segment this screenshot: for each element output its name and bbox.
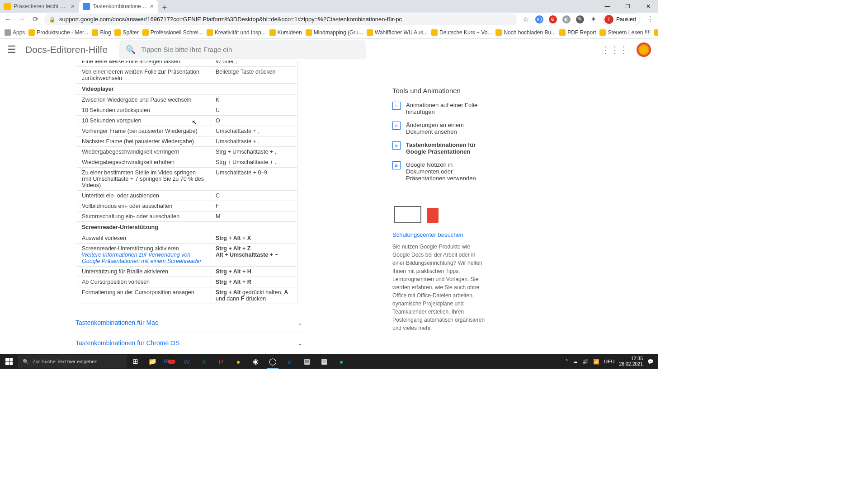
powerpoint-icon[interactable]: P [212,354,230,369]
shortcut-key: K [211,95,297,105]
chrome-menu-button[interactable]: ⋮ [646,15,655,24]
extension-icon[interactable]: ◐ [562,15,571,23]
shortcut-action: Formatierung an der Cursorposition ansag… [77,287,211,304]
start-button[interactable] [0,354,18,369]
forward-button[interactable]: → [17,15,26,24]
bookmark-item[interactable]: Professionell Schrei... [142,29,203,36]
close-window-button[interactable]: ✕ [638,0,658,13]
account-avatar[interactable] [637,42,651,57]
browser-tabstrip: Präsentieren leicht gemacht! - G × Taste… [0,0,658,13]
shortcut-action: Auswahl vorlesen [77,233,211,244]
taskbar-search[interactable]: 🔍Zur Suche Text hier eingeben [18,355,127,368]
shortcut-key: Strg + Alt + ZAlt + Umschalttaste + ~ [211,244,297,267]
bookmark-item[interactable]: Steuern Videos wic... [654,29,658,36]
bookmark-item[interactable]: Noch hochladen Bu... [495,29,556,36]
folder-icon [269,29,276,36]
sidebar-link[interactable]: ≡Google Notizen in Dokumenten oder Präse… [392,161,487,182]
task-view-icon[interactable]: ⊞ [127,354,144,369]
folder-icon [92,29,98,36]
excel-icon[interactable]: X [195,354,212,369]
close-icon[interactable]: × [71,3,75,10]
taskbar-clock[interactable]: 12:35 26.02.2021 [619,356,643,366]
bookmark-item[interactable]: Kreativität und Insp... [207,29,266,36]
accordion-item-chromeos[interactable]: Tastenkombinationen für Chrome OS ⌄ [72,333,306,353]
table-row: Von einer leeren weißen Folie zur Präsen… [77,67,297,84]
bookmark-item[interactable]: Kursideen [269,29,302,36]
table-row: 10 Sekunden vorspulenO [77,116,297,126]
shortcut-action: 10 Sekunden zurückspulen [77,105,211,116]
app-icon[interactable]: ● [230,354,247,369]
minimize-button[interactable]: — [597,0,618,13]
bookmark-item[interactable]: Wahlfächer WU Aus... [367,29,428,36]
lock-icon: 🔒 [49,16,56,23]
reload-button[interactable]: ⟳ [31,15,40,24]
bookmark-star-icon[interactable]: ☆ [522,15,530,23]
shortcut-action: Screenreader-Unterstützung aktivierenWei… [77,244,211,267]
bookmark-label: PDF Report [567,29,596,36]
wifi-icon[interactable]: 📶 [593,359,599,365]
site-search[interactable]: 🔍 [119,40,366,59]
table-row: Screenreader-Unterstützung aktivierenWei… [77,244,297,267]
accordion-item-mac[interactable]: Tastenkombinationen für Mac ⌄ [72,313,306,333]
folder-icon [114,29,121,36]
bookmark-item[interactable]: Blog [92,29,111,36]
sidebar-link[interactable]: ≡Änderungen an einem Dokument ansehen [392,122,487,135]
table-row: 10 Sekunden zurückspulenU [77,105,297,116]
maximize-button[interactable]: ☐ [618,0,638,13]
bookmark-item[interactable]: Steuern Lesen !!!! [599,29,651,36]
app-icon[interactable]: ▤ [298,354,316,369]
page-content: Eine leere weiße Folie anzeigen lassenW … [0,61,658,358]
shortcut-key: Strg + Umschalttaste + , [211,147,297,157]
file-explorer-icon[interactable]: 📁 [144,354,161,369]
bookmark-item[interactable]: Apps [5,29,25,36]
spotify-icon[interactable]: ● [333,354,350,369]
notepad-icon[interactable]: ▦ [316,354,333,369]
browser-tab-active[interactable]: Tastenkombinationen für Google × [79,0,158,13]
search-input[interactable] [141,46,360,53]
bookmark-item[interactable]: PDF Report [559,29,596,36]
bookmark-label: Apps [13,29,25,36]
new-tab-button[interactable]: + [158,3,171,13]
notifications-icon[interactable]: 💬 [647,359,654,365]
screenreader-info-link[interactable]: Weitere Informationen zur Verwendung von… [82,252,202,264]
volume-icon[interactable]: 🔊 [582,359,589,365]
bookmark-item[interactable]: Später [114,29,138,36]
back-button[interactable]: ← [4,15,13,24]
shortcut-action: Wiedergabegeschwindigkeit erhöhen [77,157,211,168]
mail-icon[interactable]: ✉99+ [161,354,178,369]
extension-icon[interactable]: ✎ [576,15,584,23]
bookmark-item[interactable]: Deutsche Kurs + Vo... [431,29,492,36]
extension-icon[interactable]: IQ [535,15,543,23]
apps-icon [5,29,11,36]
google-apps-icon[interactable]: ⋮⋮⋮ [601,44,628,55]
sidebar-link[interactable]: ≡Animationen auf einer Folie hinzufügen [392,102,487,115]
url-input[interactable]: 🔒 support.google.com/docs/answer/1696717… [44,14,517,25]
onedrive-icon[interactable]: ☁ [573,359,578,365]
table-row: Wiedergabegeschwindigkeit verringernStrg… [77,147,297,157]
profile-status: Pausiert [616,16,636,23]
hamburger-menu-icon[interactable]: ☰ [7,44,16,56]
obs-icon[interactable]: ◉ [247,354,264,369]
tray-chevron-icon[interactable]: ˄ [566,359,568,365]
language-indicator[interactable]: DEU [604,359,614,364]
sidebar-link-label: Google Notizen in Dokumenten oder Präsen… [406,161,487,182]
main-column: Eine leere weiße Folie anzeigen lassenW … [45,61,380,358]
sidebar-link-current[interactable]: ≡Tastenkombinationen für Google Präsenta… [392,141,487,155]
browser-tab[interactable]: Präsentieren leicht gemacht! - G × [0,0,79,13]
accordion-label: Tastenkombinationen für Mac [75,319,158,326]
table-row: Eine leere weiße Folie anzeigen lassenW … [77,61,297,67]
extensions-menu-icon[interactable]: ✦ [590,15,598,23]
shortcut-key: Strg + Alt + X [216,235,251,241]
edge-icon[interactable]: e [281,354,298,369]
extension-icon[interactable]: ⊘ [549,15,557,23]
chrome-icon[interactable]: ◯ [264,354,281,369]
word-icon[interactable]: W [178,354,195,369]
accordion: Tastenkombinationen für Mac ⌄ Tastenkomb… [71,312,307,353]
learning-center-link[interactable]: Schulungscenter besuchen [392,231,487,238]
close-icon[interactable]: × [150,3,154,10]
folder-icon [367,29,373,36]
address-bar: ← → ⟳ 🔒 support.google.com/docs/answer/1… [0,13,658,26]
bookmark-item[interactable]: Mindmapping (Gru... [306,29,363,36]
profile-button[interactable]: T Pausiert [603,14,640,25]
bookmark-item[interactable]: Produktsuche - Mer... [28,29,88,36]
